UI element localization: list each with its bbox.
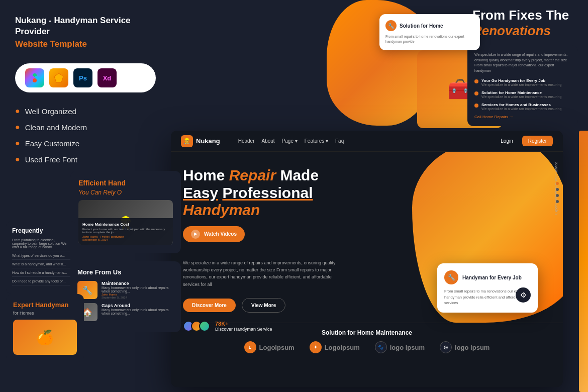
solution-card-top: 🔧 Solution for Home From small repairs t… — [379, 14, 480, 50]
logo-icon-4: ◎ — [440, 341, 452, 353]
hero-description: We specialize in a wide range of repairs… — [183, 259, 344, 288]
handyman-card-header: 🔧 Handyman for Every Job — [444, 270, 531, 284]
figma-icon — [25, 68, 44, 87]
preview-hero: Home Repair Made Easy Professional Handy… — [171, 152, 563, 323]
feature-item: Easy Customize — [15, 139, 151, 148]
renovations-text: Renovations — [472, 23, 578, 39]
dot-1 — [556, 182, 559, 185]
right-strip — [579, 131, 588, 392]
fixes-heading: From Fixes The Renovations — [472, 8, 578, 39]
main-preview: 👷 Nukang Header About Page ▾ Features ▾ … — [171, 131, 563, 387]
logo-icon-3: 🐾 — [375, 341, 387, 353]
cost-author: John Harris - Prohe Handyman September 5… — [82, 235, 169, 241]
app-subtitle: Website Template — [15, 39, 151, 49]
faq-item-2: What is a handyman, and what k... — [12, 262, 70, 268]
xd-icon: Xd — [97, 68, 117, 87]
bullet-content: Your Go Handyman for Every Job We specia… — [481, 78, 561, 86]
fixes-bold: Fixes — [509, 8, 542, 23]
gear-icon: ⚙ — [516, 287, 531, 303]
feature-item: Used Free Font — [15, 155, 151, 164]
efficient-img: 👷 Home Maintenance Cost Protect your hom… — [78, 200, 173, 245]
sketch-icon — [49, 68, 68, 87]
more-item-2: 🏠 Gaps Around Many homeowners only think… — [77, 303, 174, 321]
faq-title: Frequently — [12, 227, 70, 234]
call-link[interactable]: Call Home Repairs → — [474, 115, 571, 119]
handyman-card: 🔧 Handyman for Every Job From small repa… — [437, 263, 538, 313]
efficient-sub: You Can Rely O — [78, 189, 173, 196]
feature-item: Well Organized — [15, 107, 151, 116]
discover-more-button[interactable]: Discover More — [183, 299, 236, 312]
more-item-1: 🔧 Maintenance Many homeowners only think… — [77, 281, 174, 299]
right-info-card: We specialize in a wide range of repairs… — [467, 45, 578, 126]
register-button[interactable]: Register — [522, 136, 553, 146]
logo-4: ◎ logo ipsum — [440, 341, 489, 353]
logo-2: ✦ Logoipsum — [310, 341, 360, 353]
hero-title: Home Repair Made Easy Professional Handy… — [183, 167, 370, 219]
expert-card: Expert Handyman for Homes 🍊 — [6, 294, 84, 362]
handyman-card-title: Handyman for Every Job — [462, 275, 522, 280]
svg-point-3 — [33, 78, 37, 82]
logos-row: L Logoipsum ✦ Logoipsum 🐾 logo ipsum ◎ l… — [183, 341, 551, 353]
nav-header[interactable]: Header — [238, 138, 255, 144]
nav-faq[interactable]: Faq — [335, 138, 344, 144]
efficient-card: Efficient Hand You Can Rely O 👷 Home Mai… — [70, 171, 181, 253]
solution-card-header: 🔧 Solution for Home — [385, 20, 474, 31]
expert-title: Expert Handyman — [13, 301, 77, 309]
bullet-2: Solution for Home Maintenance We special… — [474, 90, 571, 99]
faq-item-4: Do I need to provide any tools or... — [12, 279, 70, 285]
more-from-us-card: More From Us 🔧 Maintenance Many homeowne… — [70, 261, 181, 332]
faq-card: Frequently From plumbing to electrical, … — [6, 221, 76, 294]
login-button[interactable]: Login — [496, 136, 518, 146]
cost-overlay: Home Maintenance Cost Protect your home … — [78, 218, 173, 245]
preview-nav: 👷 Nukang Header About Page ▾ Features ▾ … — [171, 131, 563, 152]
photoshop-icon: Ps — [73, 68, 92, 87]
faq-item-3: How do I schedule a handyman s... — [12, 271, 70, 277]
nav-page[interactable]: Page ▾ — [282, 138, 298, 144]
avatar-group — [183, 321, 210, 332]
side-dots — [556, 182, 559, 203]
logo-icon-1: L — [244, 341, 256, 353]
solution-card-desc: From small repairs to home renovations o… — [385, 34, 474, 44]
dot-3 — [556, 194, 559, 197]
bullet-3: Services for Homes and Businesses We spe… — [474, 103, 571, 111]
nav-features[interactable]: Features ▾ — [305, 138, 328, 144]
avatar-3 — [199, 321, 210, 332]
nav-actions: Login Register — [496, 136, 553, 146]
more-item-info-2: Gaps Around Many homeowners only think a… — [102, 303, 174, 315]
more-from-us-title: More From Us — [77, 268, 174, 276]
cost-title: Home Maintenance Cost — [82, 222, 169, 227]
hero-stats: 78K+ Discover Handyman Service — [183, 321, 370, 332]
nav-logo: 👷 Nukang — [181, 135, 220, 147]
bullet-content: Services for Homes and Businesses We spe… — [481, 103, 561, 111]
stats-label: Discover Handyman Service — [215, 327, 272, 332]
hero-left: Home Repair Made Easy Professional Handy… — [171, 152, 382, 323]
bullet-dot — [474, 104, 478, 108]
hero-cta-row: Discover More View More — [183, 298, 370, 313]
bullet-1: Your Go Handyman for Every Job We specia… — [474, 78, 571, 86]
faq-item-0: From plumbing to electrical, carpentry t… — [12, 238, 70, 251]
tools-row: Ps Xd — [15, 63, 156, 92]
nav-about[interactable]: About — [261, 138, 274, 144]
right-info-desc: We specialize in a wide range of repairs… — [474, 52, 571, 73]
dot-4 — [556, 200, 559, 203]
bullet-dot — [474, 91, 478, 95]
solution-card-title: Solution for Home — [400, 23, 443, 29]
more-item-info: Maintenance Many homeowners only think a… — [102, 281, 174, 299]
nav-links: Header About Page ▾ Features ▾ Faq — [238, 138, 488, 144]
nav-logo-icon: 👷 — [181, 135, 193, 147]
watch-videos-button[interactable]: ▶ Watch Videos — [183, 226, 245, 242]
feature-item: Clean and Modern — [15, 123, 151, 132]
faq-item-1: What types of services do you o... — [12, 254, 70, 260]
bullet-content: Solution for Home Maintenance We special… — [481, 90, 561, 99]
view-more-button[interactable]: View More — [242, 298, 285, 313]
stats-text: 78K+ Discover Handyman Service — [215, 321, 272, 332]
stats-number: 78K+ — [215, 321, 272, 327]
dot-2 — [556, 188, 559, 191]
logo-1: L Logoipsum — [244, 341, 295, 353]
efficient-title: Efficient Hand — [78, 179, 173, 187]
app-title: Nukang - Handyman Service Provider — [15, 15, 151, 37]
logo-3: 🐾 logo ipsum — [375, 341, 425, 353]
expert-sub: for Homes — [13, 311, 77, 316]
cost-desc: Protect your home with our team equipped… — [82, 228, 169, 234]
handyman-card-icon: 🔧 — [444, 270, 458, 284]
